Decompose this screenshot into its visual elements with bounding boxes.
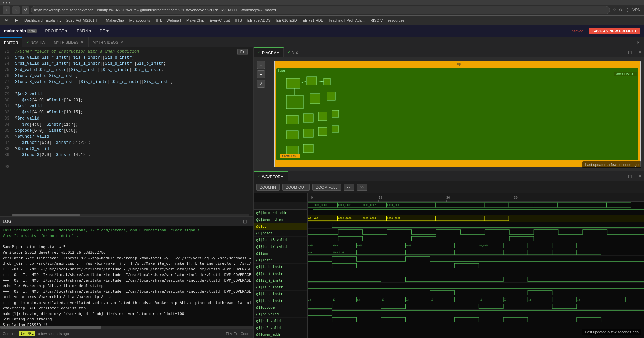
- compile-badge: 1yf7KE: [19, 331, 35, 336]
- footer-time: a few seconds ago: [38, 332, 69, 336]
- menu-icon[interactable]: ⋮: [625, 7, 630, 13]
- log-h-scrollbar[interactable]: [0, 326, 253, 329]
- log-maximize-button[interactable]: ⊡: [241, 219, 249, 224]
- code-line-86: ?$funct7_valid: [15, 134, 251, 140]
- nav-reload-button[interactable]: ↺: [22, 6, 29, 14]
- log-title: LOG: [3, 219, 11, 224]
- signal-row-dmem-addr: @4$dmem_addr: [254, 331, 307, 338]
- svg-text:0000_0000: 0000_0000: [314, 204, 327, 207]
- bookmark-iitb[interactable]: IITB: [233, 18, 244, 23]
- save-as-new-button[interactable]: SAVE AS NEW PROJECT: [589, 28, 640, 34]
- svg-rect-91: [357, 297, 381, 302]
- waveform-settings-button[interactable]: ≡: [636, 174, 644, 179]
- waveform-display[interactable]: 0 10 20 30: [308, 193, 644, 338]
- bookmark-gmail[interactable]: M: [2, 17, 11, 23]
- bookmark-everycircuit[interactable]: EveryCircuit: [208, 18, 232, 23]
- svg-rect-65: [430, 243, 454, 248]
- signal-row-is-u: @1$is_u_instr: [254, 297, 307, 304]
- bookmark-webmail-label: IITB || Webmail: [156, 18, 181, 22]
- svg-rect-79: [405, 250, 430, 255]
- zoom-out-wave-button[interactable]: ZOOM OUT: [282, 184, 310, 191]
- code-line-84: $rd[4:0] = $instr[11:7];: [15, 122, 251, 128]
- signal-row-rs2-valid: @1$rs2_valid: [254, 324, 307, 331]
- svg-line-17: [317, 81, 324, 82]
- wave-svg-imm: +000 +000 0000 +000: [308, 242, 644, 249]
- diagram-cpu-label: |cpu: [276, 68, 638, 73]
- youtube-icon: ▶: [14, 18, 19, 23]
- diagram-outer-box: |top |cpu: [274, 61, 641, 167]
- tab-viz-label: VIZ: [292, 50, 298, 54]
- zoom-in-button[interactable]: +: [257, 61, 265, 69]
- editor-area[interactable]: 72 73 74 75 76 77 78 79 80 81 82 83 84 8…: [0, 47, 253, 216]
- tab-myth-slides[interactable]: MYTH SLIDES ✕: [50, 37, 89, 47]
- tab-myth-videos[interactable]: MYTH VIDEOS ✕: [89, 37, 128, 47]
- bookmark-ee616[interactable]: EE 616 ESD: [274, 18, 299, 23]
- nav-forward-button[interactable]: ›: [12, 6, 20, 14]
- zoom-full-button[interactable]: ⤢: [257, 80, 265, 88]
- myth-videos-close[interactable]: ✕: [120, 40, 124, 44]
- svg-line-16: [300, 81, 307, 83]
- url-bar[interactable]: [31, 6, 610, 14]
- bookmark-teaching[interactable]: Teaching | Prof. Ada...: [327, 18, 367, 23]
- svg-text:13: 13: [431, 298, 433, 301]
- svg-rect-83: [503, 250, 528, 255]
- zoom-in-wave-button[interactable]: ZOOM IN: [256, 184, 280, 191]
- wave-prev-button[interactable]: <<: [344, 184, 354, 191]
- diagram-settings-button[interactable]: ≡: [636, 50, 644, 55]
- bookmark-ee789[interactable]: EE 789 ADDS: [245, 18, 273, 23]
- svg-rect-5: [327, 92, 335, 100]
- bookmark-makerchip2[interactable]: MakerChip: [184, 18, 206, 23]
- project-chevron: ▾: [65, 29, 67, 33]
- tab-myth-slides-label: MYTH SLIDES: [54, 40, 79, 44]
- bookmark-makerchip-label: My accounts: [129, 18, 150, 22]
- wave-svg-reset: [308, 222, 644, 229]
- bookmark-youtube[interactable]: ▶: [12, 17, 21, 23]
- signal-row-imm: @1$imm: [254, 250, 307, 257]
- tab-waveform[interactable]: ✓ WAVEFORM: [254, 171, 288, 181]
- bookmark-ee721[interactable]: EE 721 HDL: [301, 18, 325, 23]
- wave-instr: +2+1 0005_3333: [308, 249, 644, 256]
- bookmark-2023[interactable]: MakerChip: [104, 18, 126, 23]
- wave-is-j: [308, 269, 644, 276]
- zoom-full-wave-button[interactable]: ZOOM FULL: [312, 184, 341, 191]
- learn-menu[interactable]: LEARN ▾: [71, 27, 95, 35]
- nav-back-button[interactable]: ‹: [3, 6, 10, 14]
- tab-myth-videos-label: MYTH VIDEOS: [93, 40, 118, 44]
- bookmark-makerchip[interactable]: My accounts: [127, 18, 152, 23]
- bookmark-dashboard[interactable]: 2023-Aut-MS101-T...: [64, 18, 103, 23]
- editor-maximize-button[interactable]: ⊡: [635, 40, 643, 45]
- code-content[interactable]: //Other fields of Instruction with a whe…: [12, 47, 253, 216]
- svg-text:33: 33: [406, 298, 409, 301]
- tab-diagram[interactable]: ✓ DIAGRAM: [254, 47, 284, 57]
- beta-badge: beta: [27, 29, 37, 33]
- diagram-maximize-button[interactable]: ⊡: [625, 50, 635, 55]
- code-line-83: ?$rd_valid: [15, 115, 251, 122]
- tab-editor[interactable]: EDITOR: [0, 37, 22, 47]
- diagram-canvas[interactable]: |top |cpu: [254, 57, 644, 171]
- bookmark-icon[interactable]: ☆: [612, 7, 617, 13]
- waveform-panel: ✓ WAVEFORM ⊡ ≡ ZOOM IN ZOOM OUT ZOOM FUL…: [254, 171, 644, 338]
- bookmark-webmail[interactable]: IITB || Webmail: [153, 18, 183, 23]
- waveform-maximize-button[interactable]: ⊡: [625, 174, 635, 179]
- project-menu[interactable]: PROJECT ▾: [42, 27, 71, 35]
- ide-menu[interactable]: IDE ▾: [95, 27, 112, 35]
- editor-h-scrollbar[interactable]: [12, 214, 249, 216]
- bookmark-my-courses[interactable]: Dashboard | Explain...: [22, 18, 63, 23]
- log-footer: Compile 1yf7KE a few seconds ago TLV Exi…: [0, 329, 253, 338]
- extensions-icon[interactable]: ⚙: [618, 7, 623, 13]
- svg-rect-100: [479, 297, 503, 302]
- log-line-14: Vmakerchip__ALL.verilator_deplist.tmp: [3, 306, 251, 311]
- e-dropdown-button[interactable]: E▾: [237, 49, 248, 55]
- zoom-out-button[interactable]: −: [257, 70, 265, 78]
- wave-svg-is-b: [308, 256, 644, 262]
- log-line-10: echo " > Vmakerchip_ALL.verilator_deplis…: [3, 283, 251, 289]
- wave-next-button[interactable]: >>: [357, 184, 367, 191]
- myth-slides-close[interactable]: ✕: [80, 40, 84, 44]
- tab-viz[interactable]: ✓ VIZ: [284, 47, 302, 57]
- bookmark-riscv[interactable]: RISC-V: [368, 18, 385, 23]
- bookmark-resources[interactable]: resources: [386, 18, 406, 23]
- wave-is-u: [308, 289, 644, 296]
- tab-nav-tlv[interactable]: ✓ NAV-TLV: [22, 37, 50, 47]
- svg-rect-52: [411, 216, 435, 221]
- signal-row-rs1-valid: @1$rs1_valid: [254, 318, 307, 324]
